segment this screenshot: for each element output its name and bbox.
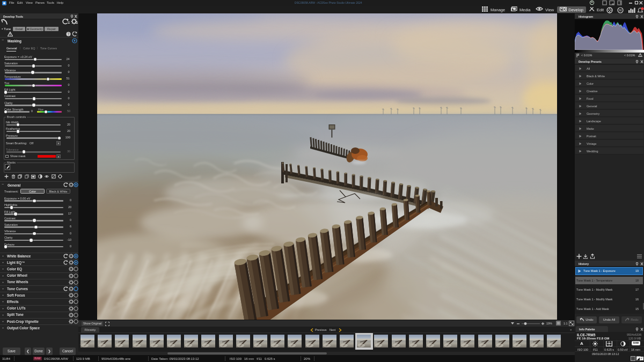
svg-text:?: ?: [68, 32, 70, 36]
svg-text:60: 60: [619, 9, 622, 12]
